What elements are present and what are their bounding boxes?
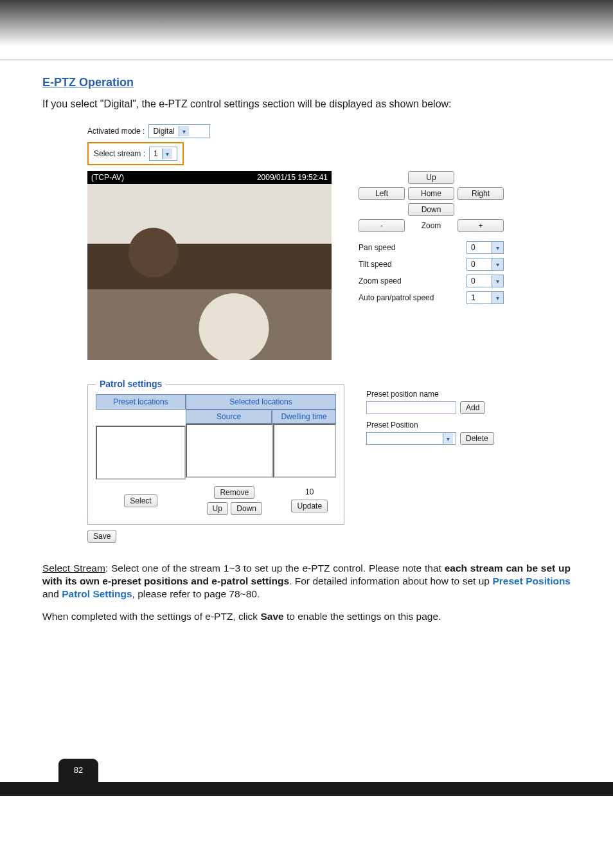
video-preview-image — [87, 184, 332, 360]
pan-speed-label: Pan speed — [359, 243, 395, 252]
save-button[interactable]: Save — [87, 530, 116, 543]
select-stream-select[interactable]: 1 ▾ — [149, 147, 177, 161]
chevron-down-icon: ▾ — [492, 258, 503, 270]
preset-position-label: Preset Position — [366, 420, 494, 429]
tilt-speed-value: 0 — [467, 260, 492, 269]
body-paragraph-1: Select Stream: Select one of the stream … — [42, 562, 571, 601]
intro-text: If you select "Digital", the e-PTZ contr… — [42, 98, 571, 110]
remove-button[interactable]: Remove — [214, 486, 254, 499]
dwell-value: 10 — [305, 487, 314, 496]
ptz-down-button[interactable]: Down — [408, 203, 454, 216]
chevron-down-icon: ▾ — [179, 126, 189, 136]
source-list[interactable] — [186, 424, 273, 478]
pan-speed-select[interactable]: 0 ▾ — [466, 241, 504, 254]
selected-locations-header: Selected locations — [186, 394, 336, 410]
patrol-settings-link: Patrol Settings — [62, 588, 132, 599]
activated-mode-label: Activated mode : — [87, 127, 145, 136]
auto-speed-value: 1 — [467, 293, 492, 302]
add-button[interactable]: Add — [460, 401, 485, 414]
auto-speed-select[interactable]: 1 ▾ — [466, 291, 504, 304]
delete-button[interactable]: Delete — [460, 432, 494, 445]
ptz-right-button[interactable]: Right — [458, 187, 504, 200]
preset-position-select[interactable]: ▾ — [366, 432, 456, 445]
video-pane: (TCP-AV) 2009/01/15 19:52:41 — [87, 171, 332, 360]
select-stream-label: Select stream : — [94, 149, 145, 158]
video-protocol: (TCP-AV) — [91, 173, 124, 182]
dwelling-time-header: Dwelling time — [272, 410, 336, 424]
pan-speed-value: 0 — [467, 243, 492, 252]
patrol-settings-legend: Patrol settings — [96, 379, 166, 389]
header-gradient — [0, 0, 613, 59]
auto-speed-label: Auto pan/patrol speed — [359, 293, 434, 302]
zoom-speed-select[interactable]: 0 ▾ — [466, 275, 504, 287]
chevron-down-icon: ▾ — [492, 275, 503, 287]
video-timestamp: 2009/01/15 19:52:41 — [257, 173, 328, 182]
preset-position-name-input[interactable] — [366, 401, 456, 414]
dwelling-time-list[interactable] — [273, 424, 336, 478]
move-down-button[interactable]: Down — [231, 502, 262, 515]
footer-strip — [0, 782, 613, 796]
page-number: 82 — [58, 759, 98, 782]
zoom-in-button[interactable]: + — [458, 219, 504, 232]
select-button[interactable]: Select — [124, 494, 157, 507]
preset-position-name-label: Preset position name — [366, 390, 494, 399]
zoom-speed-value: 0 — [467, 276, 492, 285]
activated-mode-select[interactable]: Digital ▾ — [148, 124, 210, 138]
chevron-down-icon: ▾ — [443, 433, 453, 444]
tilt-speed-select[interactable]: 0 ▾ — [466, 258, 504, 271]
source-header: Source — [186, 410, 272, 424]
tilt-speed-label: Tilt speed — [359, 260, 392, 269]
ptz-up-button[interactable]: Up — [408, 171, 454, 184]
preset-positions-link: Preset Positions — [492, 575, 571, 586]
section-heading: E-PTZ Operation — [42, 76, 571, 89]
chevron-down-icon: ▾ — [162, 149, 172, 159]
zoom-speed-label: Zoom speed — [359, 276, 402, 285]
body-paragraph-2: When completed with the settings of e-PT… — [42, 610, 571, 623]
select-stream-value: 1 — [154, 149, 158, 158]
chevron-down-icon: ▾ — [492, 292, 503, 303]
move-up-button[interactable]: Up — [207, 502, 228, 515]
activated-mode-value: Digital — [153, 127, 174, 136]
zoom-label: Zoom — [408, 220, 454, 231]
preset-locations-list[interactable] — [96, 426, 186, 480]
patrol-settings-fieldset: Patrol settings Preset locations Selecte… — [87, 384, 344, 525]
ptz-left-button[interactable]: Left — [359, 187, 405, 200]
update-button[interactable]: Update — [291, 500, 328, 512]
zoom-out-button[interactable]: - — [359, 219, 405, 232]
chevron-down-icon: ▾ — [492, 242, 503, 253]
ptz-home-button[interactable]: Home — [408, 187, 454, 200]
preset-locations-header: Preset locations — [96, 394, 186, 410]
